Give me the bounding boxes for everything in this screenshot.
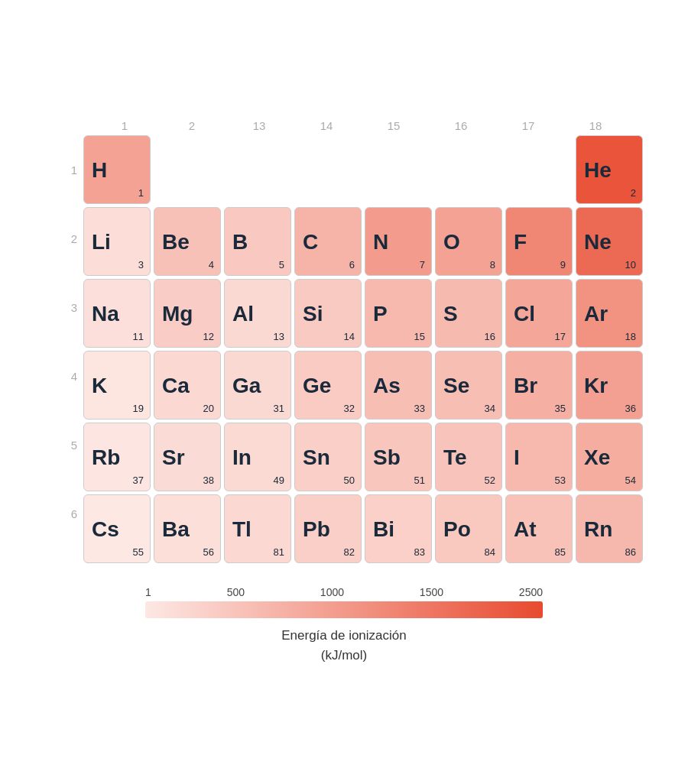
element-symbol: Sb bbox=[373, 447, 401, 468]
element-symbol: At bbox=[514, 519, 537, 540]
element-number: 49 bbox=[274, 475, 284, 486]
element-o: O8 bbox=[435, 207, 502, 276]
element-symbol: As bbox=[373, 375, 401, 397]
element-br: Br35 bbox=[505, 351, 573, 420]
element-number: 36 bbox=[625, 403, 636, 414]
element-number: 16 bbox=[485, 331, 495, 342]
element-number: 4 bbox=[209, 259, 214, 271]
element-k: K19 bbox=[83, 351, 151, 420]
element-tl: Tl81 bbox=[224, 494, 291, 563]
element-symbol: Ga bbox=[232, 375, 261, 397]
element-number: 20 bbox=[203, 403, 214, 414]
element-symbol: P bbox=[373, 303, 388, 325]
row-label: 6 bbox=[45, 479, 83, 548]
element-c: C6 bbox=[294, 207, 362, 276]
element-symbol: In bbox=[232, 447, 252, 468]
element-h: H1 bbox=[83, 135, 151, 204]
element-rn: Rn86 bbox=[576, 494, 643, 563]
element-at: At85 bbox=[505, 494, 573, 563]
element-number: 10 bbox=[625, 259, 636, 271]
element-symbol: Se bbox=[443, 375, 469, 397]
col-header: 17 bbox=[495, 119, 562, 132]
element-ge: Ge32 bbox=[294, 351, 362, 420]
element-number: 15 bbox=[414, 331, 425, 342]
element-i: I53 bbox=[505, 423, 573, 491]
element-number: 51 bbox=[414, 475, 425, 486]
element-s: S16 bbox=[435, 279, 502, 348]
element-grid: H1He2Li3Be4B5C6N7O8F9Ne10Na11Mg12Al13Si1… bbox=[83, 135, 643, 563]
col-headers: 12131415161718 bbox=[91, 119, 643, 132]
element-cl: Cl17 bbox=[505, 279, 573, 348]
element-symbol: C bbox=[303, 232, 318, 253]
element-te: Te52 bbox=[435, 423, 502, 491]
row-label: 2 bbox=[45, 204, 83, 273]
element-ga: Ga31 bbox=[224, 351, 291, 420]
element-number: 11 bbox=[133, 331, 144, 342]
element-cs: Cs55 bbox=[83, 494, 151, 563]
element-po: Po84 bbox=[435, 494, 502, 563]
element-number: 32 bbox=[344, 403, 355, 414]
element-number: 17 bbox=[555, 331, 566, 342]
col-header: 14 bbox=[293, 119, 360, 132]
element-number: 85 bbox=[555, 546, 566, 558]
element-sn: Sn50 bbox=[294, 423, 362, 491]
element-bi: Bi83 bbox=[365, 494, 432, 563]
element-number: 13 bbox=[274, 331, 284, 342]
table-body: 123456 H1He2Li3Be4B5C6N7O8F9Ne10Na11Mg12… bbox=[45, 135, 643, 563]
element-symbol: Br bbox=[514, 375, 537, 397]
legend-label: 2500 bbox=[519, 586, 543, 598]
empty-cell bbox=[224, 135, 291, 204]
element-number: 84 bbox=[485, 546, 495, 558]
col-header: 16 bbox=[427, 119, 495, 132]
element-symbol: Li bbox=[92, 232, 111, 253]
element-number: 31 bbox=[274, 403, 284, 414]
row-label: 4 bbox=[45, 342, 83, 410]
row-label: 3 bbox=[45, 273, 83, 342]
element-symbol: N bbox=[373, 232, 388, 253]
element-mg: Mg12 bbox=[154, 279, 221, 348]
element-number: 33 bbox=[414, 403, 425, 414]
element-number: 82 bbox=[344, 546, 355, 558]
element-as: As33 bbox=[365, 351, 432, 420]
element-ar: Ar18 bbox=[576, 279, 643, 348]
element-symbol: Ca bbox=[162, 375, 190, 397]
element-pb: Pb82 bbox=[294, 494, 362, 563]
element-symbol: Kr bbox=[584, 375, 608, 397]
element-number: 81 bbox=[274, 546, 284, 558]
element-symbol: Ba bbox=[162, 519, 190, 540]
element-symbol: He bbox=[584, 160, 612, 181]
element-symbol: Be bbox=[162, 232, 190, 253]
element-symbol: Pb bbox=[303, 519, 330, 540]
element-symbol: Rb bbox=[92, 447, 120, 468]
element-symbol: Te bbox=[443, 447, 467, 468]
element-symbol: Cs bbox=[92, 519, 119, 540]
element-number: 1 bbox=[138, 187, 144, 199]
element-number: 7 bbox=[420, 259, 425, 271]
element-symbol: Tl bbox=[232, 519, 252, 540]
element-symbol: O bbox=[443, 232, 460, 253]
element-b: B5 bbox=[224, 207, 291, 276]
empty-cell bbox=[435, 135, 502, 204]
element-number: 34 bbox=[485, 403, 495, 414]
main-container: 12131415161718 123456 H1He2Li3Be4B5C6N7O… bbox=[30, 104, 658, 680]
element-li: Li3 bbox=[83, 207, 151, 276]
element-number: 18 bbox=[625, 331, 636, 342]
element-number: 14 bbox=[344, 331, 355, 342]
legend-title: Energía de ionización(kJ/mol) bbox=[281, 626, 407, 665]
element-number: 50 bbox=[344, 475, 355, 486]
col-header: 13 bbox=[226, 119, 293, 132]
empty-cell bbox=[294, 135, 362, 204]
element-symbol: H bbox=[92, 160, 107, 181]
element-symbol: Na bbox=[92, 303, 119, 325]
row-label: 1 bbox=[45, 135, 83, 204]
legend-label: 1500 bbox=[420, 586, 443, 598]
element-se: Se34 bbox=[435, 351, 502, 420]
legend-label: 1000 bbox=[320, 586, 344, 598]
col-header: 18 bbox=[562, 119, 629, 132]
row-label: 5 bbox=[45, 410, 83, 479]
empty-cell bbox=[365, 135, 432, 204]
element-ba: Ba56 bbox=[154, 494, 221, 563]
element-symbol: Rn bbox=[584, 519, 612, 540]
element-number: 55 bbox=[133, 546, 144, 558]
element-ne: Ne10 bbox=[576, 207, 643, 276]
